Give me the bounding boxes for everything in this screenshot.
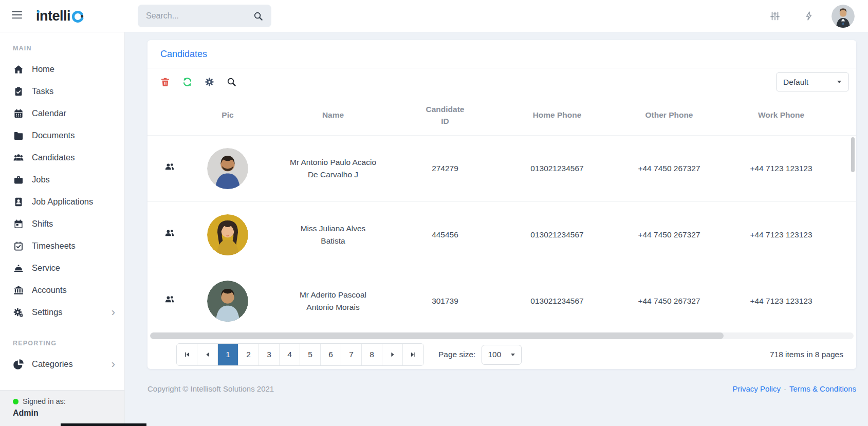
sidebar-item-tasks[interactable]: Tasks — [0, 80, 124, 102]
candidate-id: 274279 — [389, 162, 501, 175]
candidate-name: Miss Juliana Alves Batista — [277, 223, 389, 247]
sidebar-item-job-applications[interactable]: Job Applications — [0, 191, 124, 213]
job-applications-icon — [13, 197, 24, 207]
page-button-6[interactable]: 6 — [321, 344, 341, 365]
column-header-name[interactable]: Name — [277, 109, 389, 121]
column-header-other-phone[interactable]: Other Phone — [613, 109, 725, 121]
table-row[interactable]: Mr Antonio Paulo Acacio De Carvalho J 27… — [147, 135, 856, 201]
view-selector-dropdown[interactable]: Default — [776, 72, 849, 91]
service-icon — [13, 263, 24, 273]
page-horizontal-scrollbar-thumb[interactable] — [61, 423, 146, 426]
page-size-dropdown[interactable]: 100 — [482, 345, 522, 365]
tasks-icon — [13, 86, 24, 97]
page-button-7[interactable]: 7 — [341, 344, 362, 365]
sidebar-footer: Signed in as: Admin — [0, 390, 124, 426]
sidebar-item-categories[interactable]: Categories › — [0, 353, 124, 375]
top-bar: intelli — [0, 0, 868, 32]
sidebar-item-calendar[interactable]: Calendar — [0, 102, 124, 124]
table-body: Mr Antonio Paulo Acacio De Carvalho J 27… — [147, 135, 856, 331]
people-icon[interactable] — [165, 295, 174, 304]
topbar-left: intelli — [0, 8, 125, 24]
app-logo[interactable]: intelli — [36, 8, 84, 24]
sidebar-item-jobs[interactable]: Jobs — [0, 169, 124, 191]
hamburger-menu-icon[interactable] — [11, 10, 23, 22]
signed-in-status: Signed in as: — [13, 397, 112, 405]
sliders-icon[interactable] — [770, 11, 780, 21]
home-phone: 013021234567 — [501, 295, 613, 307]
candidate-pic-cell — [178, 281, 277, 322]
sidebar-item-label: Service — [32, 263, 60, 273]
page-button-3[interactable]: 3 — [259, 344, 280, 365]
page-size-label: Page size: — [438, 350, 475, 359]
vertical-scrollbar-thumb[interactable] — [851, 137, 855, 172]
table-row[interactable]: Mr Aderito Pascoal Antonio Morais 301739… — [147, 268, 856, 331]
user-avatar[interactable] — [832, 5, 855, 28]
sidebar: MAIN Home Tasks Calendar Documents Candi… — [0, 32, 125, 426]
refresh-button[interactable] — [182, 77, 192, 87]
sidebar-item-label: Documents — [32, 131, 75, 140]
column-header-home-phone[interactable]: Home Phone — [501, 109, 613, 121]
table-header-row: Pic Name Candidate ID Home Phone Other P… — [147, 96, 856, 135]
home-icon — [13, 64, 24, 75]
column-header-work-phone[interactable]: Work Phone — [725, 109, 837, 121]
work-phone: +44 7123 123123 — [725, 295, 837, 307]
page-button-5[interactable]: 5 — [300, 344, 321, 365]
lightning-icon[interactable] — [804, 11, 814, 21]
column-header-pic[interactable]: Pic — [178, 109, 277, 121]
sidebar-item-candidates[interactable]: Candidates — [0, 146, 124, 169]
sidebar-item-settings[interactable]: Settings › — [0, 301, 124, 323]
people-icon[interactable] — [165, 229, 174, 237]
candidate-avatar[interactable] — [207, 281, 248, 322]
page-button-8[interactable]: 8 — [362, 344, 382, 365]
sidebar-item-label: Tasks — [32, 86, 53, 96]
first-page-button[interactable] — [177, 344, 197, 365]
sidebar-item-home[interactable]: Home — [0, 58, 124, 80]
logo-text: intelli — [36, 8, 70, 24]
other-phone: +44 7450 267327 — [613, 295, 725, 307]
row-action-cell — [147, 162, 178, 175]
horizontal-scrollbar[interactable] — [150, 332, 854, 339]
candidate-id: 445456 — [389, 229, 501, 241]
copyright-text: Copyright © Intellisoft Solutions 2021 — [147, 384, 274, 393]
sidebar-item-service[interactable]: Service — [0, 257, 124, 279]
sidebar-item-accounts[interactable]: Accounts — [0, 279, 124, 301]
sidebar-item-shifts[interactable]: Shifts — [0, 213, 124, 235]
table-search-button[interactable] — [227, 77, 236, 87]
documents-icon — [13, 131, 24, 141]
page-button-1[interactable]: 1 — [218, 344, 238, 365]
sidebar-item-timesheets[interactable]: Timesheets — [0, 235, 124, 257]
jobs-icon — [13, 175, 24, 185]
home-phone: 013021234567 — [501, 162, 613, 175]
view-selector-value: Default — [783, 78, 808, 87]
candidate-name: Mr Aderito Pascoal Antonio Morais — [277, 289, 389, 313]
items-summary: 718 items in 8 pages — [770, 350, 843, 359]
page-button-2[interactable]: 2 — [238, 344, 259, 365]
delete-button[interactable] — [160, 77, 170, 87]
sidebar-item-label: Candidates — [32, 153, 75, 162]
table-row[interactable]: Miss Juliana Alves Batista 445456 013021… — [147, 201, 856, 268]
page-button-4[interactable]: 4 — [280, 344, 300, 365]
settings-icon — [13, 307, 24, 318]
sidebar-item-label: Accounts — [32, 285, 67, 295]
accounts-icon — [13, 285, 24, 295]
prev-page-button[interactable] — [197, 344, 218, 365]
candidate-avatar[interactable] — [207, 148, 248, 189]
candidate-pic-cell — [178, 214, 277, 255]
privacy-policy-link[interactable]: Privacy Policy — [733, 384, 781, 393]
shifts-icon — [13, 219, 24, 229]
candidate-avatar[interactable] — [207, 214, 248, 255]
last-page-button[interactable] — [403, 344, 423, 365]
horizontal-scrollbar-thumb[interactable] — [150, 332, 724, 339]
link-separator: · — [784, 384, 786, 393]
column-header-candidate-id[interactable]: Candidate ID — [389, 104, 501, 127]
search-input[interactable] — [146, 11, 253, 21]
page-title: Candidates — [160, 49, 207, 60]
page-size-value: 100 — [488, 350, 501, 359]
gear-button[interactable] — [205, 77, 214, 87]
search-icon[interactable] — [253, 11, 263, 21]
panel-header: Candidates — [147, 40, 856, 68]
sidebar-item-documents[interactable]: Documents — [0, 124, 124, 146]
people-icon[interactable] — [165, 162, 174, 171]
next-page-button[interactable] — [382, 344, 403, 365]
terms-link[interactable]: Terms & Conditions — [789, 384, 856, 393]
